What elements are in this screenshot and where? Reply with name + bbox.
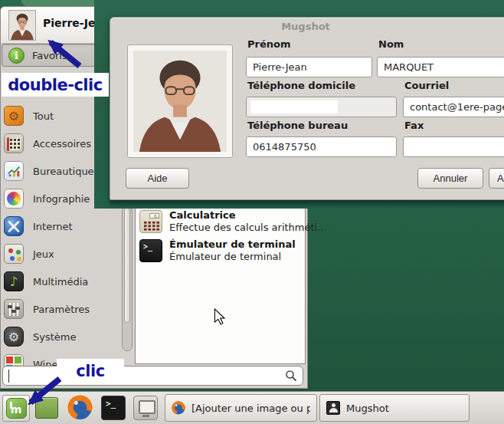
app-title: Calculatrice [169, 209, 327, 222]
first-name-label: Prénom [247, 38, 291, 50]
settings-icon [4, 299, 24, 319]
selection-highlight [250, 100, 338, 113]
all-apps-icon [4, 106, 24, 126]
user-avatar[interactable] [8, 10, 36, 41]
category-label: Jeux [33, 248, 54, 260]
window-title: Mugshot [346, 403, 389, 414]
help-button[interactable]: Aide [126, 168, 189, 189]
profile-photo-icon [133, 51, 227, 152]
internet-icon [4, 216, 24, 236]
app-item-terminal[interactable]: Émulateur de terminal Émulateur de termi… [139, 236, 302, 265]
app-subtitle: Émulateur de terminal [169, 251, 296, 263]
menu-search-box [2, 366, 303, 386]
sidebar-item-systeme[interactable]: Système [4, 325, 123, 348]
show-desktop-button[interactable] [35, 397, 58, 419]
mint-menu-button[interactable]: m [2, 395, 30, 422]
category-label: Multimédia [33, 276, 88, 288]
info-icon [8, 48, 25, 64]
window-title: [Ajouter une image ou photo... [191, 403, 310, 414]
annotation-text: double-clic [8, 76, 102, 94]
dialog-titlebar[interactable]: Mugshot [110, 18, 501, 35]
profile-photo-button[interactable] [127, 44, 233, 158]
category-label: Accessoires [33, 138, 91, 150]
fax-field[interactable] [403, 136, 504, 157]
home-phone-label: Téléphone domicile [247, 80, 355, 91]
mugshot-icon [326, 401, 340, 415]
last-name-field[interactable] [377, 57, 504, 77]
file-manager-icon[interactable] [133, 396, 158, 420]
games-icon [4, 244, 24, 264]
terminal-icon [139, 239, 162, 262]
fax-label: Fax [404, 120, 424, 131]
calculator-icon [139, 210, 162, 233]
app-subtitle: Effectue des calculs arithméti... [169, 222, 327, 234]
mint-logo-icon: m [6, 398, 27, 419]
category-label: Paramètres [33, 304, 90, 315]
sidebar-item-internet[interactable]: Internet [4, 215, 123, 238]
sidebar-item-multimedia[interactable]: Multimédia [4, 270, 123, 293]
category-label: Internet [33, 221, 73, 232]
annotation-click: clic [57, 359, 124, 383]
first-name-field[interactable] [246, 57, 372, 77]
office-phone-label: Téléphone bureau [247, 120, 348, 131]
sidebar-item-parametres[interactable]: Paramètres [4, 297, 123, 320]
desktop: { "menu": { "user_name": "Pierre-Jean", … [0, 0, 504, 424]
sidebar-item-jeux[interactable]: Jeux [4, 242, 123, 265]
user-portrait-icon [9, 11, 35, 40]
favorites-label: Favoris [32, 50, 67, 61]
search-input[interactable] [8, 368, 276, 383]
firefox-icon[interactable] [67, 395, 93, 420]
category-label: Système [33, 331, 76, 343]
category-label: Infographie [33, 193, 90, 205]
system-icon [4, 327, 24, 347]
multimedia-icon [4, 271, 24, 291]
cancel-button[interactable]: Annuler [417, 168, 483, 189]
category-label: Bureautique [33, 166, 94, 177]
email-field[interactable] [403, 97, 504, 117]
office-phone-field[interactable] [246, 136, 397, 157]
annotation-double-click: double-clic [2, 73, 109, 97]
app-title: Émulateur de terminal [169, 238, 296, 251]
dialog-title: Mugshot [281, 21, 330, 32]
terminal-launcher-icon[interactable] [101, 396, 126, 420]
office-icon [4, 161, 24, 181]
category-label: Tout [33, 110, 54, 122]
search-icon [285, 370, 297, 382]
annotation-text: clic [76, 362, 104, 380]
scrollbar-thumb[interactable] [124, 208, 130, 323]
categories-scrollbar[interactable] [122, 205, 133, 351]
email-label: Courriel [404, 80, 449, 91]
taskbar: m [Ajouter une image ou photo... Mugshot [0, 391, 504, 424]
apply-button[interactable]: A [489, 168, 504, 189]
taskbar-window-mugshot[interactable]: Mugshot [319, 394, 470, 422]
accessories-icon [4, 133, 24, 153]
app-item-calculatrice[interactable]: Calculatrice Effectue des calculs arithm… [139, 207, 302, 236]
taskbar-window-firefox[interactable]: [Ajouter une image ou photo... [165, 394, 317, 422]
mugshot-dialog: Mugshot Prénom Nom Téléphone domicile Co… [110, 17, 504, 200]
firefox-icon [172, 401, 185, 415]
last-name-label: Nom [378, 38, 404, 50]
graphics-icon [4, 189, 24, 209]
